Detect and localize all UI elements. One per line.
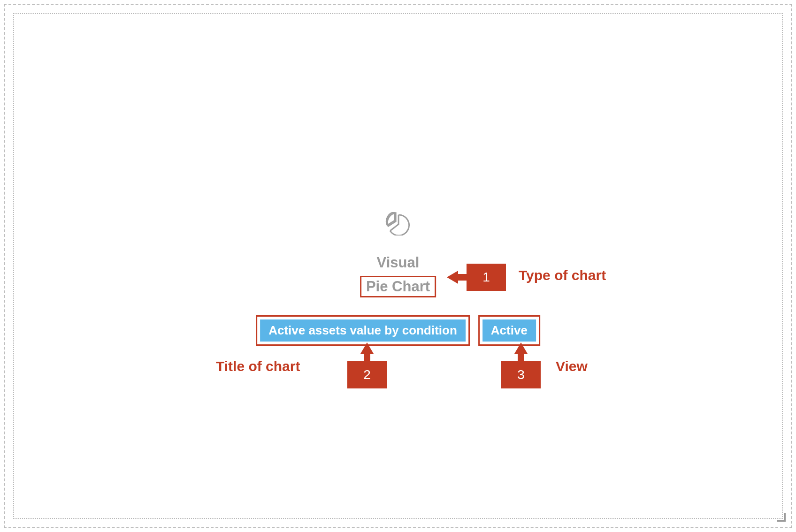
arrow-left-icon	[447, 271, 458, 284]
arrow-stem	[458, 274, 467, 281]
chart-type-selector[interactable]: Pie Chart	[366, 278, 430, 295]
visual-canvas: Visual Pie Chart Active assets value by …	[14, 14, 782, 518]
callout-number-2: 2	[347, 361, 387, 388]
arrow-stem	[518, 354, 524, 361]
arrow-up-icon	[360, 342, 374, 354]
chart-view-highlight: Active	[478, 315, 540, 346]
visual-section-label: Visual	[377, 254, 420, 271]
callout-label-1: Type of chart	[519, 267, 606, 283]
chart-type-highlight: Pie Chart	[360, 276, 436, 297]
arrow-up-icon	[514, 342, 528, 354]
pie-chart-icon	[385, 212, 411, 237]
callout-label-2: Title of chart	[216, 358, 300, 374]
callout-label-3: View	[556, 358, 588, 374]
annotation-callout-1: 1	[447, 264, 506, 291]
chart-title-input[interactable]: Active assets value by condition	[260, 319, 466, 342]
chart-title-highlight: Active assets value by condition	[256, 315, 470, 346]
arrow-stem	[364, 354, 370, 361]
chart-view-selector[interactable]: Active	[482, 319, 536, 342]
annotation-callout-2: 2	[347, 342, 387, 388]
annotation-callout-3: 3	[501, 342, 541, 388]
callout-number-1: 1	[467, 264, 506, 291]
chart-config-row: Active assets value by condition Active	[256, 315, 540, 346]
callout-number-3: 3	[501, 361, 541, 388]
